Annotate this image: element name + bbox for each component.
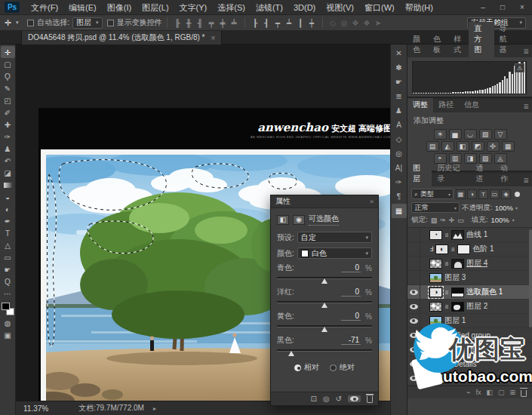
- mode-option-绝对[interactable]: 绝对: [330, 362, 355, 373]
- status-options-arrow[interactable]: ▸: [153, 405, 156, 412]
- scrollbar[interactable]: [529, 229, 532, 327]
- tab-图层[interactable]: 图层: [407, 161, 432, 186]
- history-brush-tool[interactable]: ↶: [1, 155, 15, 167]
- align-icon[interactable]: ╧: [229, 19, 240, 27]
- show-transform-checkbox[interactable]: [107, 20, 114, 26]
- mask-thumbnail[interactable]: [451, 287, 464, 297]
- layer-name[interactable]: 图层 4: [466, 258, 487, 269]
- slider-value[interactable]: -71: [341, 336, 361, 345]
- visibility-toggle[interactable]: [407, 257, 420, 271]
- lock-icon-2[interactable]: ✑: [440, 217, 446, 224]
- lock-icon-3[interactable]: ✛: [449, 217, 455, 224]
- layer-row[interactable]: 8图层 2: [407, 300, 532, 314]
- crop-tool[interactable]: ◰: [1, 94, 15, 106]
- clip-to-layer-icon[interactable]: ⊡: [310, 395, 316, 403]
- visibility-toggle[interactable]: [407, 371, 420, 386]
- tab-样式[interactable]: 样式: [448, 32, 469, 57]
- slider-thumb[interactable]: [321, 303, 328, 308]
- layer-name[interactable]: 曲线 1: [466, 229, 487, 240]
- tab-路径[interactable]: 路径: [433, 98, 459, 112]
- lasso-tool[interactable]: Ϙ: [1, 70, 15, 82]
- slider-track[interactable]: [277, 300, 372, 306]
- reset-icon[interactable]: ↺: [336, 395, 342, 403]
- color-dropdown[interactable]: 白色▾: [297, 247, 372, 259]
- layer-thumbnail[interactable]: [438, 359, 451, 369]
- menu-item[interactable]: 文字(Y): [174, 0, 213, 15]
- libraries-panel-icon[interactable]: ◎: [392, 146, 407, 161]
- fill-value[interactable]: 100%: [490, 216, 509, 224]
- slider-track[interactable]: [277, 324, 372, 330]
- layers-footer-icon[interactable]: ⊞: [509, 389, 515, 396]
- mask-thumbnail[interactable]: [451, 302, 464, 312]
- layer-name[interactable]: 图层 1: [444, 315, 466, 326]
- filter-type-layers[interactable]: T: [478, 189, 488, 199]
- layer-row[interactable]: 8图层 4: [407, 257, 532, 271]
- eraser-tool[interactable]: ◪: [1, 167, 15, 179]
- brushes-panel-icon[interactable]: ✕: [392, 46, 407, 60]
- move-tool[interactable]: ✛: [1, 46, 15, 58]
- mask-thumbnail[interactable]: [451, 259, 464, 269]
- align-icon[interactable]: ╟: [172, 19, 183, 27]
- layer-filter-toggle[interactable]: [515, 192, 520, 197]
- delete-layer-icon[interactable]: [521, 390, 527, 397]
- slider-value[interactable]: 0: [341, 312, 361, 321]
- layer-name[interactable]: 图层 3: [444, 272, 466, 283]
- visibility-toggle[interactable]: [407, 357, 420, 371]
- lock-icon-4[interactable]: ▭: [457, 217, 464, 224]
- paragraph-panel-icon[interactable]: ¶: [392, 189, 407, 204]
- tab-信息[interactable]: 信息: [459, 98, 484, 112]
- path-selection-tool[interactable]: △: [1, 239, 15, 251]
- filter-smart-objects[interactable]: ◈: [501, 189, 511, 199]
- adjustment-color-lookup-icon[interactable]: ▦: [502, 141, 515, 152]
- adjustment-color-balance-icon[interactable]: ◭: [441, 141, 454, 152]
- slider-thumb[interactable]: [321, 278, 328, 284]
- properties-panel-icon[interactable]: ▦: [392, 204, 407, 218]
- layer-row[interactable]: [407, 371, 532, 386]
- distribute-icon[interactable]: ┷: [284, 19, 295, 27]
- visibility-toggle[interactable]: [407, 242, 420, 257]
- layer-row[interactable]: 图层 1: [407, 314, 532, 328]
- radio-icon[interactable]: [330, 364, 337, 371]
- slider-track[interactable]: [277, 275, 372, 282]
- layers-footer-icon[interactable]: fx: [475, 389, 481, 396]
- character-styles-panel-icon[interactable]: ♟: [392, 103, 407, 118]
- adjustment-exposure-icon[interactable]: ▧: [479, 129, 492, 140]
- screen-mode-button[interactable]: ▣: [1, 329, 15, 341]
- visibility-toggle[interactable]: [407, 343, 420, 357]
- tab-历史记录[interactable]: 历史记录: [432, 161, 470, 186]
- menu-item[interactable]: 帮助(H): [400, 0, 438, 15]
- visibility-toggle[interactable]: [407, 314, 420, 328]
- layer-row[interactable]: ▾Modified group: [407, 328, 532, 343]
- selective-color-adjustment-thumbnail[interactable]: ◑: [429, 287, 442, 297]
- distribute-icon[interactable]: ┠: [250, 19, 261, 27]
- opacity-value[interactable]: 100%: [495, 204, 513, 212]
- adjustment-black-white-icon[interactable]: ◧: [457, 141, 469, 152]
- filter-pixel-layers[interactable]: ▦: [456, 189, 466, 199]
- clone-source-panel-icon[interactable]: ☛: [392, 75, 407, 89]
- layer-name[interactable]: Details: [454, 360, 477, 368]
- align-icon[interactable]: ╪: [217, 19, 229, 27]
- foreground-background-swatches[interactable]: [1, 302, 15, 317]
- menu-item[interactable]: 视图(V): [321, 0, 359, 15]
- marquee-tool[interactable]: ▢: [1, 58, 15, 70]
- slider-thumb[interactable]: [288, 351, 294, 356]
- slider-value[interactable]: 0: [341, 287, 361, 297]
- tab-导航器[interactable]: 导航器: [494, 22, 520, 57]
- menu-item[interactable]: 滤镜(T): [251, 0, 288, 15]
- mode-option-相对[interactable]: 相对: [294, 362, 319, 373]
- menu-item[interactable]: 图层(L): [137, 0, 174, 15]
- layer-name[interactable]: 图层 2: [466, 301, 487, 312]
- toggle-visibility-icon[interactable]: [348, 395, 361, 402]
- zoom-tool[interactable]: Q: [1, 275, 15, 287]
- eyedropper-tool[interactable]: ✐: [1, 106, 15, 118]
- adjustment-curves-icon[interactable]: ◡: [464, 129, 477, 140]
- filter-adjustment-layers[interactable]: ◑: [467, 189, 477, 199]
- layer-row[interactable]: Details: [407, 357, 532, 371]
- chevron-down-icon[interactable]: ▾: [515, 205, 518, 211]
- histogram-warning-icon[interactable]: ⚠: [515, 63, 524, 72]
- document-tab[interactable]: DO4A5648 拷贝.psd @ 11.4% (选取颜色 1, RGB/8) …: [21, 31, 222, 45]
- layer-thumbnail[interactable]: [429, 316, 442, 326]
- layer-row[interactable]: 图层 3: [407, 271, 532, 285]
- chevron-down-icon[interactable]: ▾: [512, 217, 515, 223]
- layer-row[interactable]: Ⅎ◐8色阶 1: [407, 242, 532, 257]
